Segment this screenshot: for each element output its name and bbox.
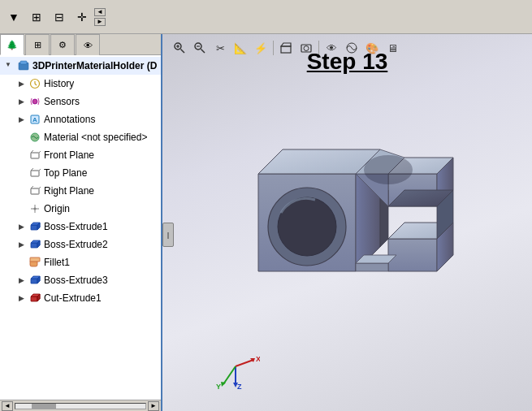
expand-cut-extrude1[interactable]: ▶ bbox=[16, 293, 26, 303]
tree-item-boss-extrude3[interactable]: ▶ Boss-Extrude3 bbox=[0, 271, 161, 289]
svg-point-3 bbox=[32, 99, 37, 104]
boss-extrude3-label: Boss-Extrude3 bbox=[44, 275, 108, 286]
svg-line-15 bbox=[39, 186, 41, 188]
tree-item-annotations[interactable]: ▶ A Annotations bbox=[0, 110, 161, 128]
cut-extrude1-icon bbox=[28, 292, 41, 305]
tree-item-origin[interactable]: Origin bbox=[0, 200, 161, 218]
splitter-handle[interactable]: ‖ bbox=[162, 223, 174, 247]
svg-text:X: X bbox=[256, 355, 260, 363]
svg-point-61 bbox=[364, 155, 413, 184]
expand-fillet1[interactable] bbox=[16, 257, 26, 267]
boss-extrude2-label: Boss-Extrude2 bbox=[44, 239, 108, 250]
svg-line-70 bbox=[223, 366, 236, 384]
svg-marker-62 bbox=[356, 263, 388, 271]
history-icon bbox=[28, 77, 41, 90]
component-icon bbox=[17, 59, 30, 72]
svg-rect-7 bbox=[31, 153, 39, 158]
tree-item-sensors[interactable]: ▶ Sensors bbox=[0, 93, 161, 110]
svg-marker-41 bbox=[281, 43, 291, 46]
3d-model-svg bbox=[226, 109, 486, 336]
expand-boss-extrude3[interactable]: ▶ bbox=[16, 275, 26, 285]
hscroll-thumb[interactable] bbox=[32, 404, 56, 409]
front-plane-label: Front Plane bbox=[44, 149, 94, 161]
expand-material[interactable] bbox=[16, 132, 26, 142]
tree-item-history[interactable]: ▶ History bbox=[0, 75, 161, 93]
history-label: History bbox=[44, 78, 74, 89]
annotations-label: Annotations bbox=[44, 114, 95, 125]
panel-nav-right[interactable]: ► bbox=[94, 18, 106, 26]
view-btn2[interactable]: ⊟ bbox=[49, 6, 70, 28]
svg-text:A: A bbox=[32, 116, 37, 123]
sensors-label: Sensors bbox=[44, 96, 80, 107]
tree-item-fillet1[interactable]: Fillet1 bbox=[0, 253, 161, 271]
svg-line-67 bbox=[236, 360, 253, 366]
tree-item-right-plane[interactable]: Right Plane bbox=[0, 182, 161, 200]
expand-sensors[interactable]: ▶ bbox=[16, 97, 26, 106]
view-btn3[interactable]: ✛ bbox=[71, 6, 93, 28]
expand-right-plane[interactable] bbox=[16, 186, 26, 196]
expand-top-plane[interactable] bbox=[16, 168, 26, 178]
svg-text:Z: Z bbox=[237, 383, 242, 391]
panel-nav: ◄ ► bbox=[94, 8, 106, 26]
expand-component[interactable]: ▼ bbox=[5, 61, 15, 71]
tree-item-boss-extrude2[interactable]: ▶ Boss-Extrude2 bbox=[0, 236, 161, 253]
tree-item-component[interactable]: ▼ 3DPrinterMaterialHolder (D bbox=[0, 57, 161, 75]
fillet1-label: Fillet1 bbox=[44, 257, 70, 268]
annotations-icon: A bbox=[28, 113, 41, 126]
panel-nav-left[interactable]: ◄ bbox=[94, 8, 106, 16]
tree-item-material[interactable]: Material <not specified> bbox=[0, 128, 161, 146]
svg-marker-71 bbox=[221, 382, 226, 387]
tab-feature-tree[interactable]: 🌲 bbox=[0, 34, 24, 55]
material-label: Material <not specified> bbox=[44, 132, 147, 143]
boss-extrude2-icon bbox=[28, 238, 41, 251]
svg-rect-27 bbox=[31, 279, 37, 283]
tree-item-boss-extrude1[interactable]: ▶ Boss-Extrude1 bbox=[0, 218, 161, 236]
expand-boss-extrude1[interactable]: ▶ bbox=[16, 222, 26, 231]
tree-item-top-plane[interactable]: Top Plane bbox=[0, 164, 161, 182]
component-label: 3DPrinterMaterialHolder (D bbox=[32, 60, 157, 71]
svg-rect-26 bbox=[30, 257, 40, 262]
tab-config[interactable]: ⚙ bbox=[50, 34, 75, 55]
tree-item-cut-extrude1[interactable]: ▶ Cut-Extrude1 bbox=[0, 289, 161, 307]
feature-tree-panel: 🌲 ⊞ ⚙ 👁 ▼ 3DPrinterMaterialHolder (D bbox=[0, 34, 162, 411]
tab-display[interactable]: 👁 bbox=[76, 34, 100, 55]
expand-annotations[interactable]: ▶ bbox=[16, 115, 26, 124]
hscroll-left[interactable]: ◄ bbox=[2, 401, 13, 411]
boss-extrude3-icon bbox=[28, 274, 41, 287]
svg-rect-22 bbox=[31, 243, 37, 248]
sensors-icon bbox=[28, 95, 41, 108]
axis-svg: Z X Y bbox=[211, 342, 260, 391]
cut-extrude1-label: Cut-Extrude1 bbox=[44, 292, 102, 304]
tree-item-front-plane[interactable]: Front Plane bbox=[0, 146, 161, 164]
step-title: Step 13 bbox=[162, 49, 532, 75]
3d-viewport[interactable]: ✂ 📐 ⚡ 👁 🎨 🖥 Step 13 bbox=[162, 34, 532, 411]
hscroll-track[interactable] bbox=[15, 403, 146, 409]
svg-line-12 bbox=[39, 168, 41, 171]
axis-indicator: Z X Y bbox=[211, 342, 260, 391]
expand-front-plane[interactable] bbox=[16, 150, 26, 160]
tab-properties[interactable]: ⊞ bbox=[25, 34, 50, 55]
svg-rect-1 bbox=[20, 61, 27, 64]
origin-icon bbox=[28, 202, 41, 215]
fillet1-icon bbox=[28, 256, 41, 269]
svg-rect-10 bbox=[31, 171, 39, 176]
top-plane-label: Top Plane bbox=[44, 167, 87, 179]
right-plane-icon bbox=[28, 184, 41, 197]
svg-point-18 bbox=[34, 208, 37, 210]
expand-history[interactable]: ▶ bbox=[16, 79, 26, 89]
origin-label: Origin bbox=[44, 203, 70, 214]
filter-btn[interactable]: ▼ bbox=[3, 6, 24, 28]
panel-tabs: 🌲 ⊞ ⚙ 👁 bbox=[0, 34, 161, 55]
panel-horizontal-scrollbar: ◄ ► bbox=[0, 400, 161, 411]
svg-rect-30 bbox=[31, 296, 37, 301]
boss-extrude1-icon bbox=[28, 220, 41, 233]
material-icon bbox=[28, 131, 41, 144]
svg-rect-13 bbox=[31, 188, 39, 194]
expand-boss-extrude2[interactable]: ▶ bbox=[16, 240, 26, 249]
svg-text:Y: Y bbox=[216, 383, 221, 391]
view-btn1[interactable]: ⊞ bbox=[26, 6, 47, 28]
svg-rect-19 bbox=[31, 225, 37, 230]
boss-extrude1-label: Boss-Extrude1 bbox=[44, 221, 108, 232]
3d-model-area bbox=[187, 83, 524, 362]
expand-origin[interactable] bbox=[16, 204, 26, 214]
